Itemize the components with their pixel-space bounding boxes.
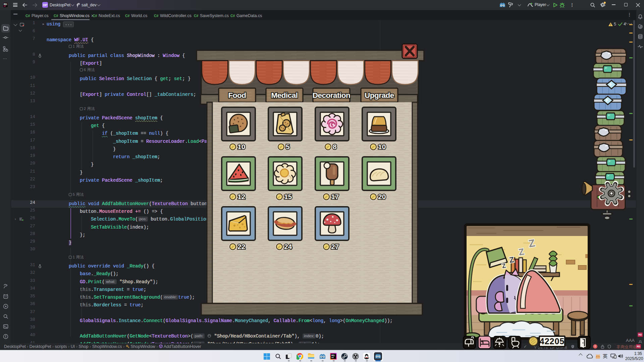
svg-text:20: 20 bbox=[378, 193, 386, 200]
svg-text:5: 5 bbox=[286, 143, 290, 150]
svg-text:8: 8 bbox=[333, 143, 337, 150]
svg-text:24: 24 bbox=[284, 243, 292, 250]
svg-text:Upgrade: Upgrade bbox=[365, 91, 394, 100]
svg-text:22: 22 bbox=[237, 243, 245, 250]
svg-text:Food: Food bbox=[228, 91, 246, 100]
svg-text:AAA: AAA bbox=[626, 338, 635, 343]
svg-text:10: 10 bbox=[378, 143, 386, 150]
svg-text:15: 15 bbox=[284, 193, 292, 200]
svg-text:Decoration: Decoration bbox=[313, 91, 351, 100]
svg-text:42205: 42205 bbox=[540, 337, 565, 346]
svg-text:12: 12 bbox=[237, 193, 245, 200]
svg-text:17: 17 bbox=[331, 193, 339, 200]
svg-text:Medical: Medical bbox=[271, 91, 298, 100]
svg-text:27: 27 bbox=[331, 243, 339, 250]
svg-text:10: 10 bbox=[237, 143, 245, 150]
